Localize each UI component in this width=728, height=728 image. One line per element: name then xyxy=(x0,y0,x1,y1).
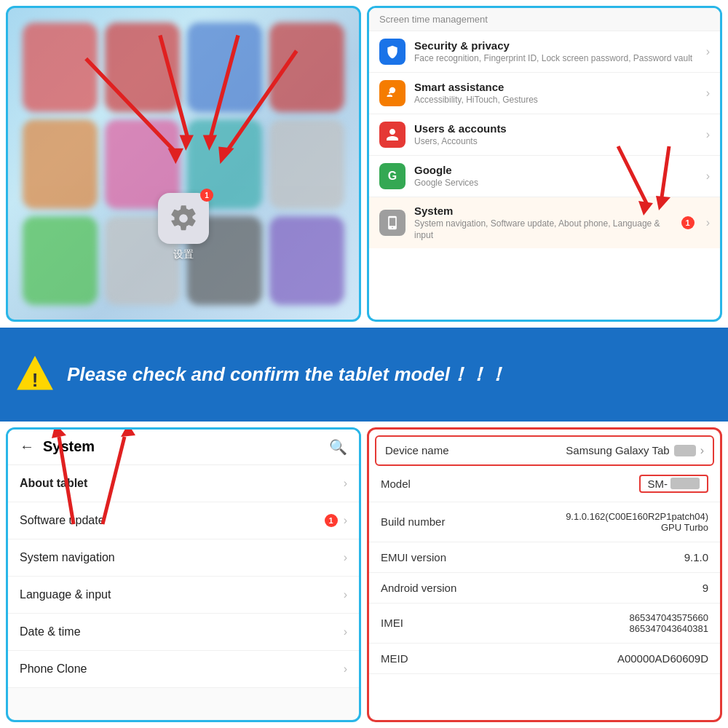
model-blur xyxy=(670,478,700,489)
settings-list: Security & privacy Face recognition, Fin… xyxy=(369,31,720,248)
navigation-arrow: › xyxy=(344,551,347,564)
settings-item-smart[interactable]: Smart assistance Accessibility, HiTouch,… xyxy=(369,73,720,114)
system-item-software[interactable]: Software update 1 › xyxy=(8,502,359,539)
device-name-row: Device name Samsung Galaxy Tab › xyxy=(375,435,714,466)
blur-icon-9 xyxy=(23,216,98,306)
security-title: Security & privacy xyxy=(414,39,700,52)
svg-text:!: ! xyxy=(32,369,39,391)
settings-gear-icon[interactable]: 1 xyxy=(158,193,209,244)
warning-triangle-icon: ! xyxy=(15,354,55,395)
android-row: Android version 9 xyxy=(369,573,720,604)
system-icon xyxy=(379,210,405,236)
security-subtitle: Face recognition, Fingerprint ID, Lock s… xyxy=(414,53,700,65)
datetime-label: Date & time xyxy=(20,625,344,638)
emui-value: 9.1.0 xyxy=(475,551,708,563)
users-subtitle: Users, Accounts xyxy=(414,136,700,148)
about-label: About tablet xyxy=(20,477,344,490)
users-icon xyxy=(379,122,405,148)
settings-item-security[interactable]: Security & privacy Face recognition, Fin… xyxy=(369,31,720,73)
device-name-blur xyxy=(674,445,696,456)
blur-icon-3 xyxy=(187,23,262,112)
imei-label: IMEI xyxy=(381,617,475,629)
system-item-phoneclone[interactable]: Phone Clone › xyxy=(8,651,359,688)
smart-arrow: › xyxy=(706,87,710,100)
blurred-icons-grid xyxy=(8,8,359,320)
panel-top-right: Screen time management Security & privac… xyxy=(367,6,722,322)
smart-subtitle: Accessibility, HiTouch, Gestures xyxy=(414,95,700,106)
warning-message: Please check and confirm the tablet mode… xyxy=(67,362,507,387)
imei-value: 865347043575660865347043640381 xyxy=(475,612,708,634)
datetime-arrow: › xyxy=(344,625,347,638)
android-label: Android version xyxy=(381,582,475,594)
emui-label: EMUI version xyxy=(381,551,475,563)
system-item-datetime[interactable]: Date & time › xyxy=(8,614,359,651)
system-item-about[interactable]: About tablet › xyxy=(8,465,359,502)
language-arrow: › xyxy=(344,588,347,601)
system-screen-header: ← System 🔍 xyxy=(8,430,359,465)
gear-svg xyxy=(169,204,198,233)
blur-icon-8 xyxy=(269,119,344,209)
google-title: Google xyxy=(414,164,700,176)
model-value: SM- xyxy=(475,475,708,493)
security-arrow: › xyxy=(706,45,710,58)
model-text: SM- xyxy=(648,478,668,490)
system-screen-title: System xyxy=(43,438,329,455)
navigation-label: System navigation xyxy=(20,551,344,564)
model-label: Model xyxy=(381,478,475,490)
device-info-table: Device name Samsung Galaxy Tab › Model S… xyxy=(369,435,720,674)
device-name-chevron: › xyxy=(700,444,704,457)
meid-value: A00000AD60609D xyxy=(475,652,708,665)
meid-row: MEID A00000AD60609D xyxy=(369,644,720,674)
google-arrow: › xyxy=(706,170,710,183)
google-subtitle: Google Services xyxy=(414,178,700,189)
panel-bottom-right: Device name Samsung Galaxy Tab › Model S… xyxy=(367,427,722,722)
blur-icon-4 xyxy=(269,23,344,112)
phoneclone-arrow: › xyxy=(344,662,347,676)
device-name-value: Samsung Galaxy Tab › xyxy=(480,444,704,457)
system-item-language[interactable]: Language & input › xyxy=(8,577,359,614)
panel-bottom-left: ← System 🔍 About tablet › Software updat… xyxy=(6,427,361,722)
meid-label: MEID xyxy=(381,652,475,665)
warning-banner: ! Please check and confirm the tablet mo… xyxy=(0,328,728,421)
about-arrow: › xyxy=(344,477,347,490)
system-badge: 1 xyxy=(681,216,695,229)
smart-title: Smart assistance xyxy=(414,81,700,93)
settings-item-system[interactable]: System System navigation, Software updat… xyxy=(369,197,720,248)
system-text: System System navigation, Software updat… xyxy=(414,205,681,241)
system-title: System xyxy=(414,205,681,217)
settings-chinese-label: 设置 xyxy=(173,248,194,261)
emui-row: EMUI version 9.1.0 xyxy=(369,542,720,573)
blur-icon-5 xyxy=(23,119,98,209)
build-value: 9.1.0.162(C00E160R2P1patch04)GPU Turbo xyxy=(475,511,708,533)
imei-row: IMEI 865347043575660865347043640381 xyxy=(369,604,720,644)
blur-icon-2 xyxy=(105,23,180,112)
google-icon: G xyxy=(379,163,405,189)
users-arrow: › xyxy=(706,128,710,141)
system-item-navigation[interactable]: System navigation › xyxy=(8,539,359,577)
smart-text: Smart assistance Accessibility, HiTouch,… xyxy=(414,81,700,106)
google-text: Google Google Services xyxy=(414,164,700,189)
android-value: 9 xyxy=(475,582,708,594)
back-arrow-icon[interactable]: ← xyxy=(20,438,34,455)
search-icon[interactable]: 🔍 xyxy=(329,438,347,456)
phoneclone-label: Phone Clone xyxy=(20,662,344,676)
blur-icon-12 xyxy=(269,216,344,306)
build-label: Build number xyxy=(381,515,475,528)
blur-icon-1 xyxy=(23,23,98,112)
users-text: Users & accounts Users, Accounts xyxy=(414,122,700,148)
settings-item-users[interactable]: Users & accounts Users, Accounts › xyxy=(369,114,720,156)
settings-icon-area[interactable]: 1 设置 xyxy=(158,193,209,261)
language-label: Language & input xyxy=(20,588,344,601)
panel-top-left: 1 设置 xyxy=(6,6,361,322)
system-list: About tablet › Software update 1 › Syste… xyxy=(8,465,359,688)
settings-item-google[interactable]: G Google Google Services › xyxy=(369,156,720,197)
device-name-text: Samsung Galaxy Tab xyxy=(566,444,669,456)
software-label: Software update xyxy=(20,514,325,527)
screen-time-header: Screen time management xyxy=(369,8,720,31)
system-subtitle: System navigation, Software update, Abou… xyxy=(414,218,681,241)
build-row: Build number 9.1.0.162(C00E160R2P1patch0… xyxy=(369,502,720,542)
system-arrow: › xyxy=(706,216,710,229)
software-badge: 1 xyxy=(325,514,338,527)
model-box: SM- xyxy=(639,475,709,493)
users-title: Users & accounts xyxy=(414,122,700,135)
